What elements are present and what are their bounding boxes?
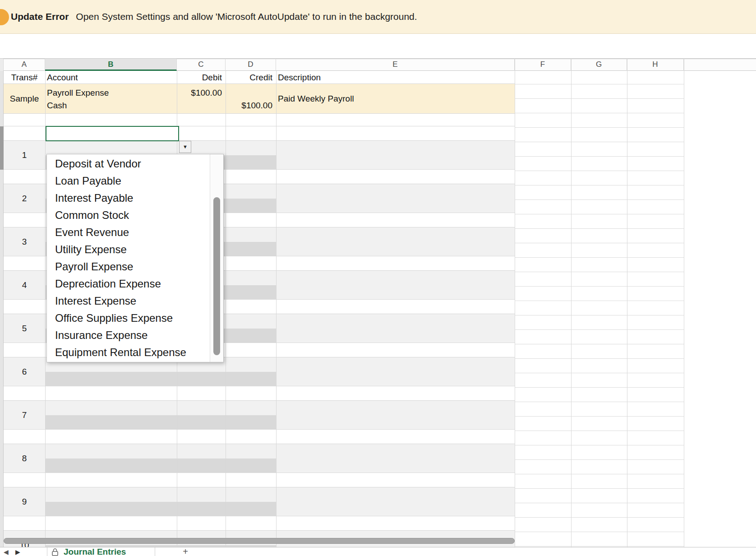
transaction-block-7: 7 xyxy=(4,401,515,444)
dropdown-item[interactable]: Deposit at Vendor xyxy=(47,155,209,172)
dropdown-button[interactable]: ▼ xyxy=(179,141,191,153)
sample-description: Paid Weekly Payroll xyxy=(278,84,354,114)
lock-icon xyxy=(52,548,58,556)
transaction-number: 6 xyxy=(4,357,45,386)
gridline xyxy=(276,71,277,547)
transaction-block-9: 9 xyxy=(4,487,515,531)
update-error-banner: Update ErrorOpen System Settings and all… xyxy=(0,0,756,34)
sample-account-line1: Payroll Expense xyxy=(47,87,109,99)
banner-text: Update ErrorOpen System Settings and all… xyxy=(11,0,417,34)
dropdown-item[interactable]: Common Stock xyxy=(47,207,209,224)
select-all-corner[interactable] xyxy=(0,59,4,71)
excel-window: Update ErrorOpen System Settings and all… xyxy=(0,0,756,556)
gridline xyxy=(684,59,684,547)
column-header-e[interactable]: E xyxy=(276,59,515,71)
banner-message: Open System Settings and allow 'Microsof… xyxy=(76,11,417,22)
sample-account-line2: Cash xyxy=(47,99,67,112)
column-header-d[interactable]: D xyxy=(226,59,276,71)
header-debit: Debit xyxy=(177,71,222,84)
formula-bar: 5 ▲ ▼ ✕ ✓ fx xyxy=(0,34,756,59)
transaction-number: 9 xyxy=(4,487,45,516)
dropdown-item[interactable]: Interest Expense xyxy=(47,292,209,310)
sheet-tab-journal-entries[interactable]: Journal Entries xyxy=(47,547,155,556)
sample-debit: $100.00 xyxy=(177,87,222,99)
dropdown-item[interactable]: Equipment Rental Expense xyxy=(47,344,209,361)
transaction-entry-band[interactable] xyxy=(46,415,276,430)
dropdown-item[interactable]: Depreciation Expense xyxy=(47,275,209,292)
prev-sheet-icon[interactable]: ◀ xyxy=(4,548,9,556)
column-header-c[interactable]: C xyxy=(177,59,226,71)
dropdown-item[interactable]: Utility Expense xyxy=(47,241,209,258)
gridline xyxy=(45,71,46,547)
transaction-separator-row[interactable] xyxy=(4,386,515,401)
transaction-block-8: 8 xyxy=(4,444,515,487)
horizontal-scrollbar[interactable] xyxy=(4,538,515,544)
dropdown-scrollbar-track[interactable] xyxy=(210,154,223,362)
transaction-separator-row[interactable] xyxy=(4,430,515,444)
dropdown-scrollbar-thumb[interactable] xyxy=(213,197,220,355)
transaction-number: 2 xyxy=(4,184,45,213)
transaction-number: 3 xyxy=(4,227,45,256)
dropdown-item[interactable]: Event Revenue xyxy=(47,224,209,241)
account-dropdown-list: Deposit at Vendor Loan Payable Interest … xyxy=(46,154,224,362)
gridline xyxy=(226,71,226,547)
transaction-separator-row[interactable] xyxy=(4,473,515,487)
transaction-entry-band[interactable] xyxy=(46,372,276,386)
column-header-h[interactable]: H xyxy=(627,59,684,71)
transaction-entry-band[interactable] xyxy=(46,502,276,516)
right-grid-rows xyxy=(515,70,684,547)
dropdown-item[interactable]: Insurance Expense xyxy=(47,327,209,344)
transaction-entry-band[interactable] xyxy=(46,459,276,473)
header-account: Account xyxy=(47,71,78,84)
dropdown-item[interactable]: Interest Payable xyxy=(47,190,209,207)
header-credit: Credit xyxy=(226,71,272,84)
column-header-g[interactable]: G xyxy=(571,59,627,71)
column-header-a[interactable]: A xyxy=(4,59,45,71)
transaction-number: 7 xyxy=(4,401,45,430)
transaction-number: 8 xyxy=(4,444,45,473)
transaction-number: 1 xyxy=(4,141,45,170)
transaction-separator-row[interactable] xyxy=(4,516,515,531)
add-sheet-button[interactable]: + xyxy=(179,547,192,556)
column-header-b[interactable]: B xyxy=(45,59,177,71)
active-cell[interactable] xyxy=(46,126,179,141)
dropdown-item[interactable]: Payroll Expense xyxy=(47,258,209,275)
dropdown-item[interactable]: Loan Payable xyxy=(47,172,209,190)
next-sheet-icon[interactable]: ▶ xyxy=(15,548,20,556)
empty-row[interactable] xyxy=(4,114,515,126)
row-header-selection-highlight xyxy=(0,126,4,170)
banner-title: Update Error xyxy=(11,11,69,22)
transaction-number: 5 xyxy=(4,314,45,343)
column-header-f[interactable]: F xyxy=(515,59,571,71)
chevron-down-icon: ▼ xyxy=(183,144,188,149)
transaction-number: 4 xyxy=(4,271,45,300)
transaction-block-6: 6 xyxy=(4,357,515,401)
header-trans: Trans# xyxy=(4,71,45,84)
warning-icon xyxy=(0,9,9,25)
dropdown-item[interactable]: Office Supplies Expense xyxy=(47,310,209,327)
dropdown-items: Deposit at Vendor Loan Payable Interest … xyxy=(47,155,209,361)
sheet-tab-label: Journal Entries xyxy=(64,547,126,556)
header-description: Description xyxy=(278,71,321,84)
sample-credit: $100.00 xyxy=(226,99,272,112)
sample-trans-label: Sample xyxy=(4,84,45,114)
